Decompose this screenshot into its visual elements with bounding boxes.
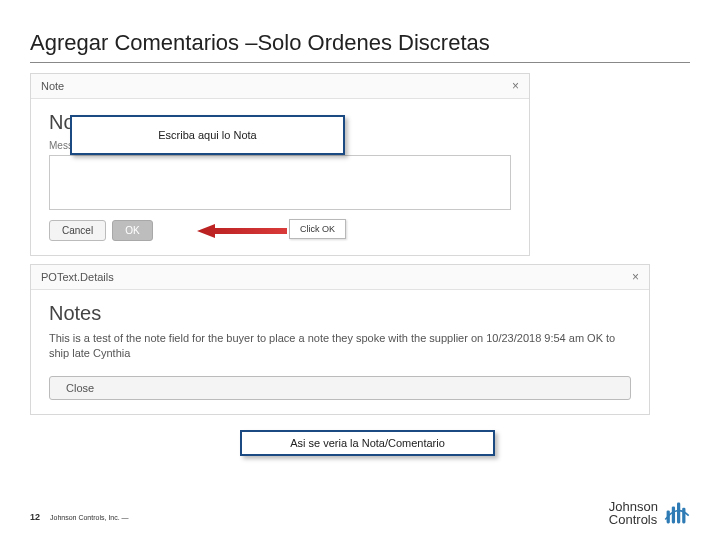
cancel-button[interactable]: Cancel bbox=[49, 220, 106, 241]
potext-modal: POText.Details × Notes This is a test of… bbox=[30, 264, 650, 415]
logo-text: Johnson Controls bbox=[609, 500, 658, 526]
close-icon[interactable]: × bbox=[512, 79, 519, 93]
note-sample-text: This is a test of the note field for the… bbox=[49, 331, 631, 362]
svg-rect-4 bbox=[682, 508, 685, 524]
svg-rect-2 bbox=[672, 507, 675, 524]
close-button[interactable]: Close bbox=[49, 376, 631, 400]
logo-mark-icon bbox=[664, 500, 690, 526]
note-modal-title: Note bbox=[41, 80, 64, 92]
write-here-text: Escriba aqui lo Nota bbox=[158, 129, 256, 141]
slide-footer: 12 Johnson Controls, Inc. — bbox=[30, 512, 129, 522]
close-icon[interactable]: × bbox=[632, 270, 639, 284]
potext-modal-title: POText.Details bbox=[41, 271, 114, 283]
page-number: 12 bbox=[30, 512, 40, 522]
svg-rect-3 bbox=[677, 503, 680, 524]
johnson-controls-logo: Johnson Controls bbox=[609, 500, 690, 526]
preview-callout: Asi se veria la Nota/Comentario bbox=[240, 430, 495, 456]
potext-modal-header: POText.Details × bbox=[31, 265, 649, 290]
notes-heading: Notes bbox=[49, 302, 631, 325]
slide-title: Agregar Comentarios –Solo Ordenes Discre… bbox=[30, 30, 690, 63]
copyright-text: Johnson Controls, Inc. — bbox=[50, 514, 129, 521]
logo-line2: Controls bbox=[609, 513, 658, 526]
svg-marker-0 bbox=[197, 224, 287, 238]
note-modal-header: Note × bbox=[31, 74, 529, 99]
ok-button[interactable]: OK bbox=[112, 220, 152, 241]
preview-callout-text: Asi se veria la Nota/Comentario bbox=[290, 437, 445, 449]
click-ok-callout: Click OK bbox=[289, 219, 346, 239]
write-here-callout: Escriba aqui lo Nota bbox=[70, 115, 345, 155]
arrow-right-icon bbox=[197, 224, 287, 238]
message-textarea[interactable] bbox=[49, 155, 511, 210]
note-modal: Note × Notes Message: Cancel OK bbox=[30, 73, 530, 256]
